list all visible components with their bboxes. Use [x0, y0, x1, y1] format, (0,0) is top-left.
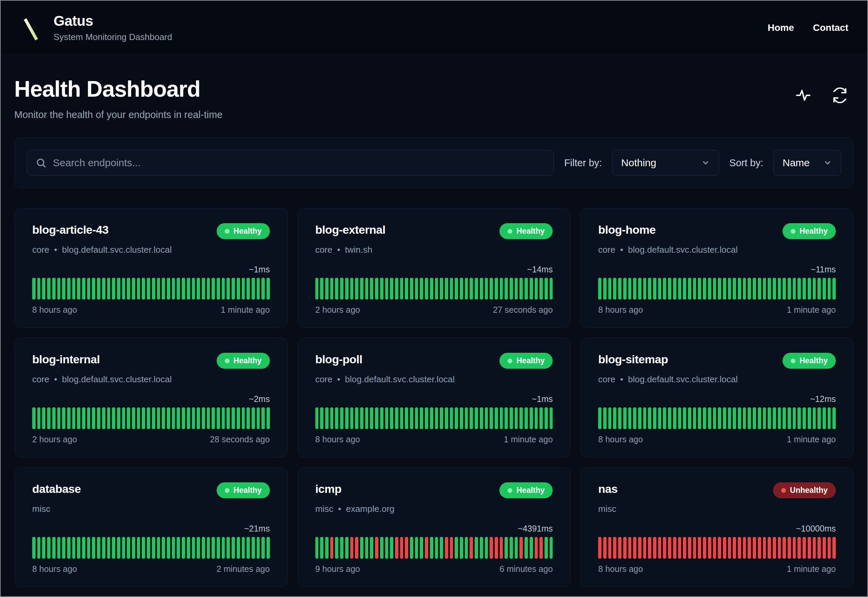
up-bar[interactable]	[157, 278, 160, 300]
down-bar[interactable]	[782, 537, 786, 559]
up-bar[interactable]	[405, 407, 408, 429]
up-bar[interactable]	[763, 278, 766, 300]
up-bar[interactable]	[638, 407, 641, 429]
up-bar[interactable]	[828, 407, 831, 429]
up-bar[interactable]	[628, 278, 632, 300]
up-bar[interactable]	[97, 407, 100, 429]
up-bar[interactable]	[733, 278, 736, 300]
up-bar[interactable]	[708, 407, 711, 429]
up-bar[interactable]	[510, 407, 513, 429]
up-bar[interactable]	[261, 407, 265, 429]
up-bar[interactable]	[112, 407, 115, 429]
up-bar[interactable]	[182, 278, 185, 300]
up-bar[interactable]	[803, 278, 806, 300]
down-bar[interactable]	[743, 537, 746, 559]
up-bar[interactable]	[673, 278, 677, 300]
up-bar[interactable]	[768, 278, 771, 300]
down-bar[interactable]	[520, 537, 523, 559]
up-bar[interactable]	[793, 407, 796, 429]
up-bar[interactable]	[535, 407, 538, 429]
up-bar[interactable]	[37, 278, 41, 300]
up-bar[interactable]	[172, 537, 175, 559]
up-bar[interactable]	[598, 278, 601, 300]
up-bar[interactable]	[52, 537, 56, 559]
down-bar[interactable]	[445, 537, 448, 559]
up-bar[interactable]	[490, 407, 493, 429]
up-bar[interactable]	[683, 407, 686, 429]
up-bar[interactable]	[77, 537, 80, 559]
up-bar[interactable]	[598, 407, 601, 429]
up-bar[interactable]	[390, 407, 393, 429]
up-bar[interactable]	[550, 407, 553, 429]
up-bar[interactable]	[62, 537, 65, 559]
up-bar[interactable]	[237, 407, 240, 429]
up-bar[interactable]	[117, 537, 120, 559]
up-bar[interactable]	[207, 278, 210, 300]
up-bar[interactable]	[152, 278, 155, 300]
up-bar[interactable]	[550, 537, 553, 559]
up-bar[interactable]	[152, 537, 155, 559]
up-bar[interactable]	[177, 278, 180, 300]
down-bar[interactable]	[758, 537, 761, 559]
up-bar[interactable]	[172, 407, 175, 429]
down-bar[interactable]	[450, 537, 453, 559]
up-bar[interactable]	[340, 407, 344, 429]
up-bar[interactable]	[192, 278, 195, 300]
down-bar[interactable]	[803, 537, 806, 559]
uptime-history-bars[interactable]	[316, 537, 553, 559]
up-bar[interactable]	[718, 407, 721, 429]
up-bar[interactable]	[370, 537, 373, 559]
down-bar[interactable]	[788, 537, 791, 559]
up-bar[interactable]	[212, 278, 215, 300]
down-bar[interactable]	[658, 537, 662, 559]
up-bar[interactable]	[738, 407, 741, 429]
up-bar[interactable]	[633, 407, 636, 429]
up-bar[interactable]	[510, 278, 513, 300]
up-bar[interactable]	[485, 278, 488, 300]
up-bar[interactable]	[539, 278, 543, 300]
uptime-history-bars[interactable]	[598, 278, 836, 300]
up-bar[interactable]	[698, 407, 701, 429]
down-bar[interactable]	[405, 537, 408, 559]
down-bar[interactable]	[763, 537, 766, 559]
up-bar[interactable]	[405, 278, 408, 300]
up-bar[interactable]	[365, 407, 369, 429]
up-bar[interactable]	[678, 278, 681, 300]
up-bar[interactable]	[222, 278, 225, 300]
up-bar[interactable]	[688, 278, 691, 300]
down-bar[interactable]	[678, 537, 681, 559]
up-bar[interactable]	[102, 278, 105, 300]
up-bar[interactable]	[480, 537, 483, 559]
up-bar[interactable]	[633, 278, 636, 300]
up-bar[interactable]	[102, 537, 105, 559]
up-bar[interactable]	[832, 278, 836, 300]
up-bar[interactable]	[261, 537, 265, 559]
up-bar[interactable]	[738, 278, 741, 300]
up-bar[interactable]	[167, 278, 170, 300]
up-bar[interactable]	[345, 537, 348, 559]
up-bar[interactable]	[778, 407, 781, 429]
up-bar[interactable]	[475, 278, 478, 300]
up-bar[interactable]	[237, 537, 240, 559]
up-bar[interactable]	[400, 278, 403, 300]
up-bar[interactable]	[316, 407, 319, 429]
up-bar[interactable]	[330, 407, 334, 429]
up-bar[interactable]	[520, 278, 523, 300]
up-bar[interactable]	[410, 537, 413, 559]
up-bar[interactable]	[410, 407, 413, 429]
up-bar[interactable]	[257, 537, 260, 559]
down-bar[interactable]	[708, 537, 711, 559]
down-bar[interactable]	[768, 537, 771, 559]
up-bar[interactable]	[668, 407, 671, 429]
up-bar[interactable]	[495, 407, 498, 429]
up-bar[interactable]	[142, 278, 145, 300]
nav-home[interactable]: Home	[768, 22, 794, 33]
uptime-history-bars[interactable]	[598, 537, 836, 559]
up-bar[interactable]	[480, 278, 483, 300]
up-bar[interactable]	[753, 278, 756, 300]
up-bar[interactable]	[415, 407, 418, 429]
endpoint-card[interactable]: blog-article-43 Healthy core • blog.defa…	[14, 208, 288, 328]
up-bar[interactable]	[713, 278, 717, 300]
up-bar[interactable]	[380, 537, 384, 559]
up-bar[interactable]	[217, 537, 220, 559]
